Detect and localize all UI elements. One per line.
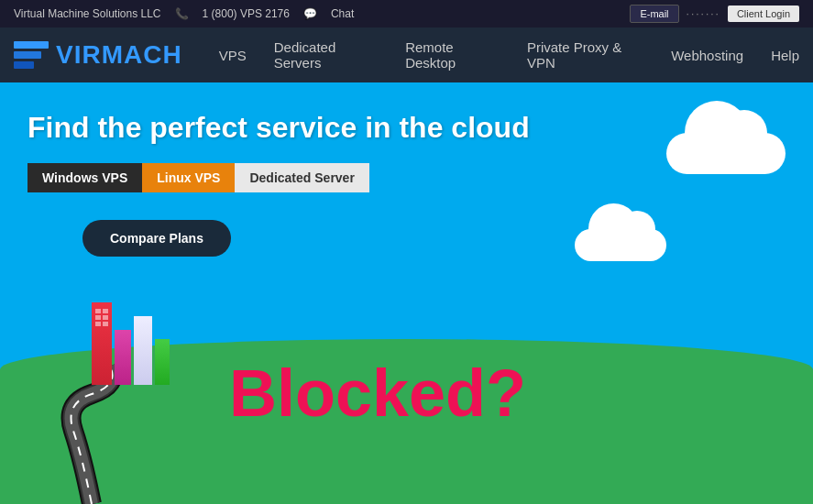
logo-bar-3 xyxy=(14,61,34,69)
logo[interactable]: VIRMACH xyxy=(14,38,182,72)
building-green xyxy=(155,339,170,385)
service-tabs: Windows VPS Linux VPS Dedicated Server xyxy=(27,163,530,192)
nav-private-proxy[interactable]: Private Proxy & VPN xyxy=(527,39,643,71)
logo-bar-2 xyxy=(14,51,41,59)
chat-icon: 💬 xyxy=(303,7,317,20)
phone-icon: 📞 xyxy=(175,7,189,20)
top-bar: Virtual Machine Solutions LLC 📞 1 (800) … xyxy=(0,0,813,27)
nav-webhosting[interactable]: Webhosting xyxy=(671,48,743,63)
tab-linux-vps[interactable]: Linux VPS xyxy=(142,163,235,192)
nav-remote-desktop[interactable]: Remote Desktop xyxy=(405,39,500,71)
top-bar-right: E-mail ······· Client Login xyxy=(630,5,799,23)
nav-help[interactable]: Help xyxy=(771,48,799,63)
hero-section: Find the perfect service in the cloud Wi… xyxy=(0,82,813,504)
building-magenta xyxy=(115,330,131,385)
buildings-group xyxy=(92,302,170,385)
hero-content: Find the perfect service in the cloud Wi… xyxy=(27,110,530,257)
nav-dedicated-servers[interactable]: Dedicated Servers xyxy=(274,39,378,71)
logo-icon xyxy=(14,38,49,72)
window xyxy=(95,315,101,320)
blocked-text: Blocked? xyxy=(229,356,526,431)
hero-title: Find the perfect service in the cloud xyxy=(27,110,530,145)
compare-plans-button[interactable]: Compare Plans xyxy=(82,220,231,257)
window xyxy=(103,322,108,326)
nav-vps[interactable]: VPS xyxy=(219,48,247,63)
nav-bar: VIRMACH VPS Dedicated Servers Remote Des… xyxy=(0,27,813,82)
email-button[interactable]: E-mail xyxy=(630,5,678,23)
logo-bar-1 xyxy=(14,41,49,49)
building-white xyxy=(134,316,152,385)
company-name: Virtual Machine Solutions LLC xyxy=(14,7,161,20)
cloud-small xyxy=(575,229,666,261)
window xyxy=(95,309,101,313)
building-windows xyxy=(93,306,111,329)
window xyxy=(103,315,108,320)
separator-dots: ······· xyxy=(687,7,720,20)
building-red xyxy=(92,302,112,385)
logo-text-vi: VI xyxy=(56,40,82,69)
client-login-button[interactable]: Client Login xyxy=(728,5,799,22)
window xyxy=(103,309,108,313)
logo-text: VIRMACH xyxy=(56,40,182,70)
tab-windows-vps[interactable]: Windows VPS xyxy=(27,163,142,192)
tab-dedicated-server[interactable]: Dedicated Server xyxy=(235,163,368,192)
top-bar-left: Virtual Machine Solutions LLC 📞 1 (800) … xyxy=(14,7,354,20)
cloud-large xyxy=(666,133,786,174)
nav-links: VPS Dedicated Servers Remote Desktop Pri… xyxy=(219,39,799,71)
logo-text-rmach: RMACH xyxy=(82,40,181,69)
chat-link[interactable]: Chat xyxy=(331,7,354,20)
phone-number: 1 (800) VPS 2176 xyxy=(203,7,290,20)
window xyxy=(95,322,101,326)
